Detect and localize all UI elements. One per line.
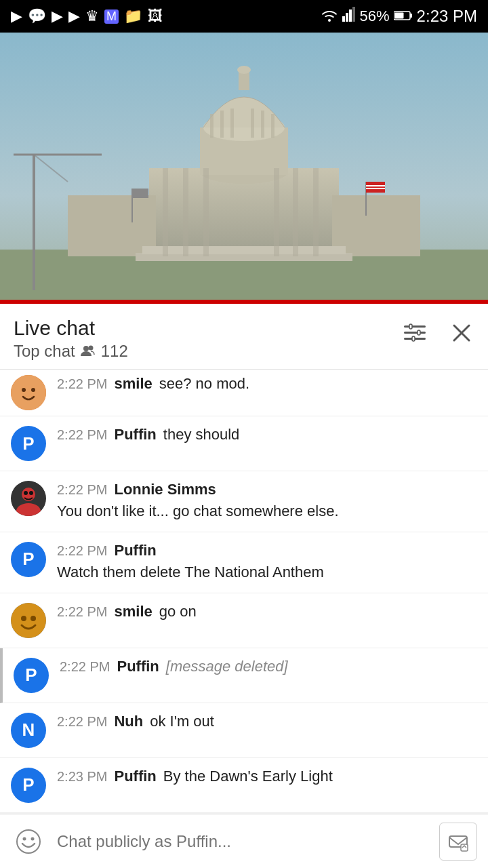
svg-point-52 bbox=[22, 388, 26, 392]
message-meta: 2:22 PM Nuh ok I'm out bbox=[57, 713, 477, 730]
message-text: see? no mod. bbox=[159, 375, 249, 393]
message-deleted-text: [message deleted] bbox=[166, 658, 288, 675]
svg-rect-29 bbox=[293, 168, 298, 256]
svg-rect-6 bbox=[410, 14, 412, 18]
status-bar-left: ▶ 💬 ▶ ▶ ♛ M 📁 🖼 bbox=[11, 7, 163, 25]
wifi-icon bbox=[321, 7, 338, 26]
message-author: Puffin bbox=[114, 768, 156, 785]
svg-rect-32 bbox=[132, 189, 148, 198]
live-chat-title: Live chat bbox=[14, 316, 128, 340]
avatar: P bbox=[11, 542, 46, 577]
emoji-icon bbox=[16, 829, 41, 854]
app-icon-yt2: ▶ bbox=[52, 7, 63, 25]
svg-rect-25 bbox=[163, 168, 168, 256]
message-body: 2:22 PM Puffin they should bbox=[57, 426, 477, 443]
svg-rect-47 bbox=[418, 330, 420, 335]
message-time: 2:22 PM bbox=[57, 714, 107, 730]
app-icon-crown: ♛ bbox=[85, 7, 99, 25]
send-button[interactable] bbox=[439, 823, 477, 861]
app-icon-youtube: ▶ bbox=[11, 7, 22, 25]
message-body: 2:22 PM Puffin [message deleted] bbox=[60, 658, 477, 675]
table-row: P 2:22 PM Puffin they should bbox=[0, 416, 488, 471]
svg-rect-1 bbox=[346, 13, 348, 22]
message-time: 2:22 PM bbox=[57, 376, 107, 392]
svg-point-51 bbox=[11, 375, 46, 410]
close-button[interactable] bbox=[449, 320, 474, 348]
message-text: By the Dawn's Early Light bbox=[163, 768, 333, 785]
top-chat-label: Top chat bbox=[14, 342, 75, 361]
message-time: 2:22 PM bbox=[57, 543, 107, 559]
message-body: 2:22 PM smile go on bbox=[57, 603, 477, 620]
avatar: P bbox=[14, 658, 49, 693]
message-body: 2:22 PM smile see? no mod. bbox=[57, 375, 477, 393]
filter-icon bbox=[403, 323, 427, 343]
svg-rect-0 bbox=[342, 16, 345, 22]
main-content: Live chat Top chat 112 bbox=[0, 304, 488, 867]
filter-button[interactable] bbox=[400, 320, 430, 348]
chat-message-list: 2:22 PM smile see? no mod. P 2:22 PM Puf… bbox=[0, 370, 488, 813]
status-bar-right: 56% 2:23 PM bbox=[321, 7, 477, 26]
message-time: 2:22 PM bbox=[57, 482, 107, 498]
svg-rect-44 bbox=[404, 332, 426, 334]
time-display: 2:23 PM bbox=[417, 7, 477, 26]
message-meta: 2:22 PM smile see? no mod. bbox=[57, 375, 477, 393]
svg-rect-27 bbox=[203, 168, 209, 256]
svg-rect-23 bbox=[261, 111, 264, 138]
message-author: Puffin bbox=[114, 542, 156, 559]
svg-rect-21 bbox=[230, 108, 234, 138]
message-author: Puffin bbox=[114, 426, 156, 443]
message-author: Puffin bbox=[117, 658, 159, 675]
avatar: P bbox=[11, 768, 46, 803]
svg-point-60 bbox=[21, 616, 26, 621]
chat-input-bar bbox=[0, 814, 488, 868]
app-icon-m: M bbox=[104, 9, 119, 24]
video-content bbox=[0, 33, 488, 304]
svg-rect-3 bbox=[352, 7, 355, 22]
chat-subtitle: Top chat 112 bbox=[14, 342, 128, 361]
close-icon bbox=[451, 323, 472, 343]
message-time: 2:22 PM bbox=[60, 659, 110, 675]
svg-rect-20 bbox=[220, 111, 224, 138]
table-row: 2:22 PM smile go on bbox=[0, 593, 488, 648]
chat-text-input[interactable] bbox=[57, 832, 428, 851]
signal-icon bbox=[342, 7, 356, 26]
status-bar: ▶ 💬 ▶ ▶ ♛ M 📁 🖼 56% bbox=[0, 0, 488, 33]
svg-rect-43 bbox=[404, 326, 426, 328]
message-author: Nuh bbox=[114, 713, 143, 730]
svg-rect-48 bbox=[412, 336, 415, 341]
table-row: P 2:22 PM Puffin [message deleted] bbox=[0, 648, 488, 703]
svg-point-58 bbox=[29, 491, 33, 495]
message-text: ok I'm out bbox=[150, 713, 214, 730]
message-author: Lonnie Simms bbox=[114, 481, 216, 498]
emoji-button[interactable] bbox=[11, 824, 46, 859]
svg-point-64 bbox=[31, 837, 35, 840]
svg-rect-46 bbox=[409, 324, 412, 329]
avatar bbox=[11, 375, 46, 410]
svg-rect-19 bbox=[210, 114, 214, 138]
video-player[interactable] bbox=[0, 33, 488, 304]
svg-point-41 bbox=[83, 346, 89, 351]
message-time: 2:23 PM bbox=[57, 769, 107, 785]
message-body: 2:23 PM Puffin By the Dawn's Early Light bbox=[57, 768, 477, 785]
avatar bbox=[11, 603, 46, 638]
svg-rect-30 bbox=[313, 168, 319, 256]
svg-rect-36 bbox=[366, 188, 385, 189]
message-body: 2:22 PM Puffin Watch them delete The Nat… bbox=[57, 542, 477, 583]
svg-point-63 bbox=[23, 837, 26, 840]
message-meta: 2:23 PM Puffin By the Dawn's Early Light bbox=[57, 768, 477, 785]
viewer-icon bbox=[81, 345, 96, 357]
svg-point-59 bbox=[11, 603, 46, 638]
avatar: P bbox=[11, 426, 46, 461]
svg-point-61 bbox=[30, 616, 36, 621]
avatar bbox=[11, 481, 46, 516]
message-meta: 2:22 PM smile go on bbox=[57, 603, 477, 620]
battery-icon bbox=[394, 7, 413, 25]
message-text: Watch them delete The National Anthem bbox=[57, 562, 477, 583]
svg-point-57 bbox=[24, 491, 28, 495]
message-meta: 2:22 PM Lonnie Simms bbox=[57, 481, 477, 498]
message-text: they should bbox=[163, 426, 240, 443]
svg-rect-26 bbox=[183, 168, 188, 256]
message-meta: 2:22 PM Puffin [message deleted] bbox=[60, 658, 477, 675]
table-row: 2:22 PM smile see? no mod. bbox=[0, 370, 488, 416]
message-time: 2:22 PM bbox=[57, 604, 107, 620]
